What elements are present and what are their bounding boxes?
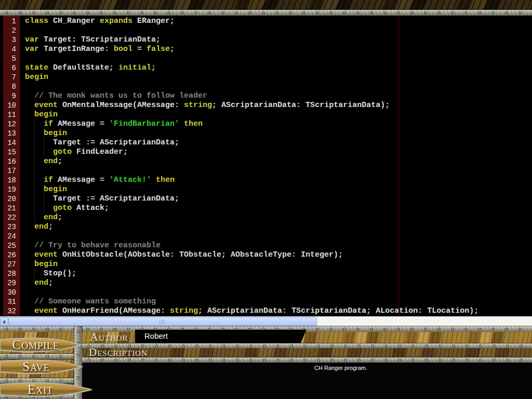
code-line[interactable]	[20, 26, 532, 35]
line-number: 17	[3, 166, 20, 176]
line-number: 6	[3, 63, 20, 73]
code-line[interactable]: // Someone wants something	[20, 297, 532, 307]
line-number: 24	[3, 232, 20, 241]
line-number: 29	[3, 278, 20, 288]
description-input[interactable]	[82, 348, 532, 357]
code-line[interactable]: event OnMentalMessage(AMessage: string; …	[20, 101, 532, 110]
chevron-left-icon	[3, 320, 5, 324]
code-line[interactable]: // Try to behave reasonable	[20, 241, 532, 250]
line-number: 18	[3, 176, 20, 185]
line-number: 4	[3, 45, 20, 54]
line-number: 10	[3, 101, 20, 110]
indent-guide	[44, 138, 44, 157]
code-line[interactable]: var TargetInRange: bool = false;	[20, 45, 532, 54]
line-number: 5	[3, 54, 20, 63]
line-number: 7	[3, 73, 20, 82]
indent-guide	[34, 119, 35, 222]
scrollbar-thumb[interactable]	[8, 317, 317, 326]
code-line[interactable]: event OnHearFriend(AMessage: string; ASc…	[20, 307, 532, 316]
line-number: 22	[3, 213, 20, 222]
code-line[interactable]: end;	[20, 222, 532, 232]
code-line[interactable]: class CH_Ranger expands ERanger;	[20, 17, 532, 26]
line-number: 1	[3, 17, 20, 26]
line-number: 26	[3, 250, 20, 260]
line-number: 2	[3, 26, 20, 35]
line-number: 23	[3, 222, 20, 232]
code-line[interactable]	[20, 54, 532, 63]
script-editor-window: 1234567891011121314151617181920212223242…	[0, 0, 532, 399]
code-line[interactable]: if AMessage = 'Attack!' then	[20, 176, 532, 185]
code-line[interactable]: begin	[20, 260, 532, 269]
line-number: 11	[3, 110, 20, 119]
line-number: 19	[3, 185, 20, 194]
compile-button[interactable]: Compile	[0, 337, 81, 353]
panel-bottom-metal-bar	[82, 357, 532, 363]
top-wood-trim	[0, 0, 532, 10]
indent-guide	[44, 194, 44, 213]
save-button[interactable]: Save	[0, 359, 82, 375]
code-line[interactable]: goto FindLeader;	[20, 148, 532, 157]
scroll-left-button[interactable]	[0, 317, 8, 326]
code-line[interactable]: Target := AScriptarianData;	[20, 138, 532, 148]
code-line[interactable]: end;	[20, 278, 532, 288]
code-line[interactable]	[20, 166, 532, 176]
code-line[interactable]: end;	[20, 213, 532, 222]
line-number: 30	[3, 288, 20, 297]
author-input[interactable]: Robert	[135, 329, 307, 343]
code-line[interactable]: var Target: TScriptarianData;	[20, 35, 532, 45]
line-number: 9	[3, 91, 20, 101]
status-text: CH Ranger program.	[314, 365, 367, 371]
top-metal-bar	[0, 10, 532, 16]
indent-guide	[34, 269, 35, 278]
code-line[interactable]: if AMessage = 'FindBarbarian' then	[20, 119, 532, 129]
code-line[interactable]: end;	[20, 157, 532, 166]
code-line[interactable]: Target := AScriptarianData;	[20, 194, 532, 204]
line-number: 13	[3, 129, 20, 138]
line-number: 21	[3, 204, 20, 213]
line-number: 31	[3, 297, 20, 307]
code-editor[interactable]: 1234567891011121314151617181920212223242…	[0, 16, 532, 316]
code-line[interactable]: begin	[20, 110, 532, 119]
line-number: 27	[3, 260, 20, 269]
line-number: 3	[3, 35, 20, 45]
exit-button[interactable]: Exit	[0, 382, 91, 397]
author-label: Author	[90, 331, 128, 343]
line-number: 15	[3, 148, 20, 157]
line-number: 8	[3, 82, 20, 91]
author-input-value: Robert	[144, 331, 168, 340]
code-line[interactable]: begin	[20, 129, 532, 138]
description-label: Description	[89, 347, 148, 357]
bottom-panel: Author Robert Description CH Ranger prog…	[0, 326, 532, 399]
code-line[interactable]: event OnHitObstacle(AObstacle: TObstacle…	[20, 250, 532, 260]
line-number: 25	[3, 241, 20, 250]
left-panel-metal-strip	[0, 354, 74, 359]
code-line[interactable]: goto Attack;	[20, 204, 532, 213]
code-line[interactable]	[20, 82, 532, 91]
line-number: 12	[3, 119, 20, 129]
code-line[interactable]: begin	[20, 73, 532, 82]
line-number: 16	[3, 157, 20, 166]
code-line[interactable]: Stop();	[20, 269, 532, 278]
right-margin-line	[398, 16, 399, 316]
grip-lines-icon	[159, 320, 166, 324]
code-line[interactable]	[20, 288, 532, 297]
code-line[interactable]: begin	[20, 185, 532, 194]
code-lines[interactable]: class CH_Ranger expands ERanger;var Targ…	[20, 16, 532, 316]
code-line[interactable]: state DefaultState; initial;	[20, 63, 532, 73]
horizontal-scrollbar[interactable]	[0, 316, 532, 326]
line-number: 28	[3, 269, 20, 278]
code-line[interactable]: // The monk wants us to follow leader	[20, 91, 532, 101]
code-line[interactable]	[20, 232, 532, 241]
line-number: 20	[3, 194, 20, 204]
line-number: 14	[3, 138, 20, 148]
line-number: 32	[3, 307, 20, 316]
line-number-gutter: 1234567891011121314151617181920212223242…	[3, 16, 20, 316]
